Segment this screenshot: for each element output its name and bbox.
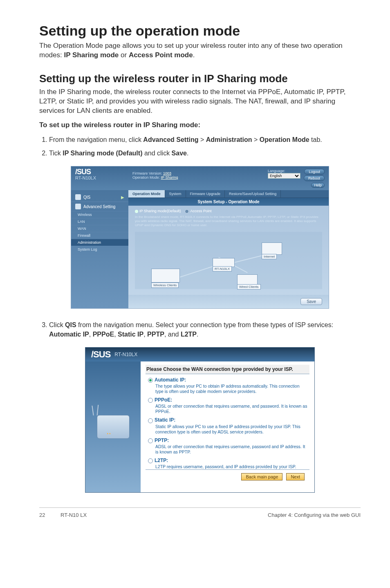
nav-item-lan[interactable]: LAN: [71, 218, 128, 225]
nav-qis-label: QIS: [83, 195, 90, 200]
nav-item-firewall[interactable]: Firewall: [71, 232, 128, 239]
radio-l2tp[interactable]: [148, 458, 153, 463]
nav-item-system-log[interactable]: System Log: [71, 246, 128, 253]
reboot-button[interactable]: Reboot: [304, 175, 325, 181]
nav-item-wireless[interactable]: Wireless: [71, 211, 128, 218]
opt-desc: L2TP requires username, password, and IP…: [155, 464, 309, 469]
save-button[interactable]: Save: [300, 298, 322, 305]
router-header: /SUS RT-N10LX Firmware Version: 1003 Ope…: [71, 166, 329, 190]
lang-select[interactable]: English: [268, 173, 300, 179]
diag-internet-icon: [262, 242, 282, 255]
s2e: .: [187, 150, 188, 157]
nav-advanced-setting[interactable]: Advanced Setting: [71, 202, 128, 211]
section-h2: Setting up the wireless router in IP Sha…: [39, 72, 361, 85]
diag-wired-device-icon: [237, 274, 258, 285]
step-3: Click QIS from the navigation menu. Sele…: [49, 320, 361, 339]
opmode-link[interactable]: IP Sharing: [161, 175, 178, 180]
tab-operation-mode[interactable]: Operation Mode: [128, 190, 165, 197]
qis-option-pptp[interactable]: PPTP: ADSL or other connection that requ…: [148, 438, 309, 455]
radio-pptp[interactable]: [148, 438, 153, 443]
header-mid: Firmware Version: 1003 Operation Mode: I…: [132, 169, 255, 180]
qis-left-panel: ••: [85, 361, 141, 492]
opt-label: PPTP:: [155, 438, 169, 443]
asus-logo: /SUS: [75, 169, 132, 175]
s3l3: Static IP: [118, 331, 143, 338]
next-button[interactable]: Next: [286, 473, 305, 480]
radio-access-point[interactable]: [185, 209, 189, 213]
s2d: Save: [172, 150, 187, 157]
radio-ip-sharing[interactable]: [135, 210, 138, 213]
opt-desc: ADSL or other connection that requires u…: [155, 404, 309, 414]
nav-qis[interactable]: QIS ▶: [71, 193, 128, 202]
radio-static-ip[interactable]: [148, 418, 153, 423]
router-tabs: Operation Mode System Firmware Upgrade R…: [128, 190, 329, 198]
qis-model: RT-N10LX: [114, 352, 137, 357]
qis-option-static-ip[interactable]: Static IP: Static IP allows your PC to u…: [148, 417, 309, 434]
tab-system[interactable]: System: [165, 190, 186, 197]
opmode-radio-row: IP Sharing mode(Default) Access Point: [135, 209, 322, 213]
section-sub: In the IP Sharing mode, the wireless rou…: [39, 88, 361, 116]
router-device-icon: ••: [97, 415, 130, 439]
step-2: Tick IP Sharing mode (Default) and click…: [49, 148, 361, 158]
qis-option-l2tp[interactable]: L2TP: L2TP requires username, password, …: [148, 458, 309, 469]
nav-item-administration[interactable]: Administration: [71, 239, 128, 246]
diag-router-label: RT-N10LX: [213, 266, 232, 272]
radio-automatic-ip[interactable]: [148, 378, 153, 383]
logout-button[interactable]: Logout: [304, 169, 325, 175]
opt-label: L2TP:: [155, 458, 168, 463]
qis-option-automatic-ip[interactable]: Automatic IP: The type allows your PC to…: [148, 377, 309, 394]
to-set-heading: To set up the wireless router in IP Shar…: [39, 121, 361, 130]
back-main-page-button[interactable]: Back main page: [241, 473, 282, 480]
step-1: From the navigation menu, click Advanced…: [49, 135, 361, 144]
qis-icon: [75, 194, 81, 200]
opt-label: Automatic IP:: [155, 377, 186, 383]
lang-label: Language:: [268, 169, 300, 173]
s3sep1: ,: [89, 331, 93, 338]
s1b3: Operation Mode: [260, 136, 309, 143]
lead-paragraph: The Operation Mode page allows you to se…: [39, 41, 361, 60]
s3sep4: , and: [164, 331, 181, 338]
page-footer: 22 RT-N10 LX Chapter 4: Configuring via …: [39, 507, 361, 518]
router-model: RT-N10LX: [75, 175, 132, 180]
fw-link[interactable]: 1003: [163, 171, 171, 175]
qis-header: /SUS RT-N10LX: [85, 348, 314, 361]
device-led-icon: ••: [107, 431, 112, 436]
opt-desc: ADSL or other connection that requires u…: [155, 444, 309, 455]
diag-wireless-label: Wireless Clients: [151, 283, 179, 288]
s3l2: PPPoE: [93, 331, 114, 338]
s3l4: PPTP: [147, 331, 164, 338]
help-button[interactable]: Help: [311, 183, 325, 188]
nav-adv-label: Advanced Setting: [83, 204, 115, 209]
tab-restore-save-upload[interactable]: Restore/Save/Upload Setting: [225, 190, 281, 197]
opmode-description: In the Brodaband share mode, RT-N10LX co…: [135, 215, 322, 228]
s3l1: Automatic IP: [49, 331, 89, 338]
section-title-bar: System Setup - Operation Mode: [128, 198, 329, 206]
opt-desc: The type allows your PC to obtain IP add…: [155, 384, 309, 394]
s3end: .: [197, 331, 198, 338]
opt-label: PPPoE:: [155, 397, 172, 403]
s3c: from the navigation menu. Select your co…: [76, 321, 333, 328]
fw-label: Firmware Version:: [132, 171, 162, 175]
s1a: From the navigation menu, click: [49, 136, 143, 143]
radio-ip-label: IP Sharing mode(Default): [139, 209, 181, 213]
s1gt1: >: [198, 136, 206, 143]
qis-option-pppoe[interactable]: PPPoE: ADSL or other connection that req…: [148, 397, 309, 414]
router-admin-screenshot: /SUS RT-N10LX Firmware Version: 1003 Ope…: [71, 166, 329, 309]
s1b1: Advanced Setting: [143, 136, 198, 143]
router-nav: QIS ▶ Advanced Setting Wireless LAN WAN …: [71, 190, 128, 308]
opt-label: Static IP:: [155, 417, 175, 423]
router-content: IP Sharing mode(Default) Access Point In…: [128, 206, 329, 295]
s3b: QIS: [65, 321, 76, 328]
tab-firmware-upgrade[interactable]: Firmware Upgrade: [186, 190, 225, 197]
s1c: tab.: [309, 136, 322, 143]
s2a: Tick: [49, 150, 63, 157]
nav-item-wan[interactable]: WAN: [71, 225, 128, 232]
s2c: and click: [142, 150, 171, 157]
logo-block: /SUS RT-N10LX: [75, 169, 132, 180]
diag-internet-label: Internet: [262, 254, 277, 259]
qis-footer: Back main page Next: [146, 469, 309, 484]
save-row: Save: [128, 295, 329, 308]
radio-pppoe[interactable]: [148, 398, 153, 403]
qis-asus-logo: /SUS: [91, 351, 110, 358]
footer-chapter: Chapter 4: Configuring via the web GUI: [268, 512, 361, 518]
